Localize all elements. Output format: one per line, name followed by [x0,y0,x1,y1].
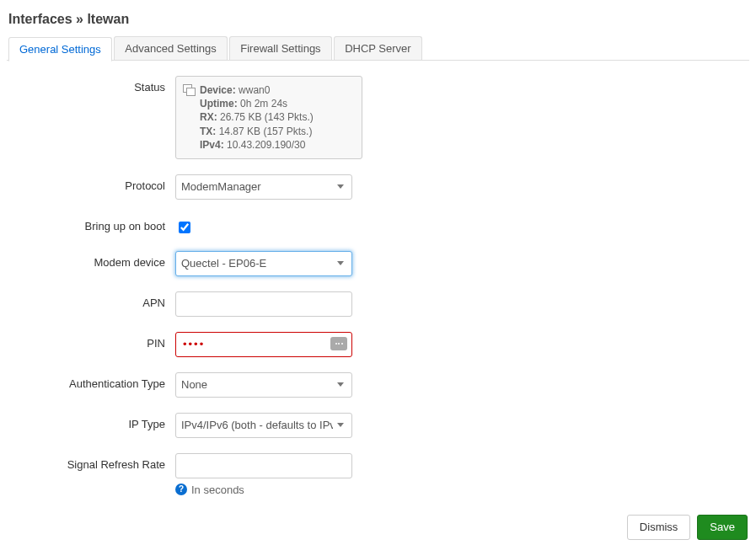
signal-refresh-input[interactable] [175,453,352,478]
info-icon: ? [175,484,187,495]
status-uptime-label: Uptime: [200,98,238,110]
label-bring-up: Bring up on boot [7,215,175,232]
status-device-value: wwan0 [239,84,270,96]
label-protocol: Protocol [7,174,175,192]
label-apn: APN [7,291,175,309]
status-rx-label: RX: [200,111,217,123]
status-tx-label: TX: [200,126,216,137]
network-device-icon [183,84,195,96]
signal-refresh-hint-text: In seconds [191,484,244,496]
status-ipv4-value: 10.43.209.190/30 [227,139,305,151]
modem-device-select[interactable]: Quectel - EP06-E [175,251,352,276]
apn-input[interactable] [175,291,352,317]
status-rx-value: 26.75 KB (143 Pkts.) [220,111,314,123]
status-ipv4-label: IPv4: [200,139,224,151]
breadcrumb-name: ltewan [87,12,129,26]
tab-firewall-settings[interactable]: Firewall Settings [229,36,331,60]
status-uptime-value: 0h 2m 24s [240,98,287,110]
bring-up-checkbox[interactable] [179,222,190,233]
tab-dhcp-server[interactable]: DHCP Server [334,36,422,60]
protocol-select[interactable]: ModemManager [175,174,352,200]
label-ip-type: IP Type [7,413,175,430]
signal-refresh-hint: ? In seconds [175,484,529,496]
pin-input[interactable] [175,332,352,357]
label-status: Status [7,76,175,94]
reveal-password-icon[interactable] [330,337,347,350]
tab-general-settings[interactable]: General Settings [8,37,112,61]
page-title: Interfaces » ltewan [8,12,749,27]
tab-advanced-settings[interactable]: Advanced Settings [114,36,227,60]
label-pin: PIN [7,332,175,350]
label-auth-type: Authentication Type [7,372,175,390]
label-signal-refresh: Signal Refresh Rate [7,453,175,471]
label-modem-device: Modem device [7,251,175,269]
status-tx-value: 14.87 KB (157 Pkts.) [219,126,313,137]
auth-type-select[interactable]: None [175,372,352,398]
status-box: Device: wwan0 Uptime: 0h 2m 24s RX: 26.7… [175,76,362,159]
ip-type-select[interactable]: IPv4/IPv6 (both - defaults to IPv4) [175,413,352,438]
save-button[interactable]: Save [697,515,748,540]
status-device-label: Device: [200,84,236,96]
dismiss-button[interactable]: Dismiss [627,515,691,540]
breadcrumb-section: Interfaces [8,12,72,26]
breadcrumb-sep: » [72,12,88,26]
tabs-bar: General Settings Advanced Settings Firew… [7,35,749,61]
